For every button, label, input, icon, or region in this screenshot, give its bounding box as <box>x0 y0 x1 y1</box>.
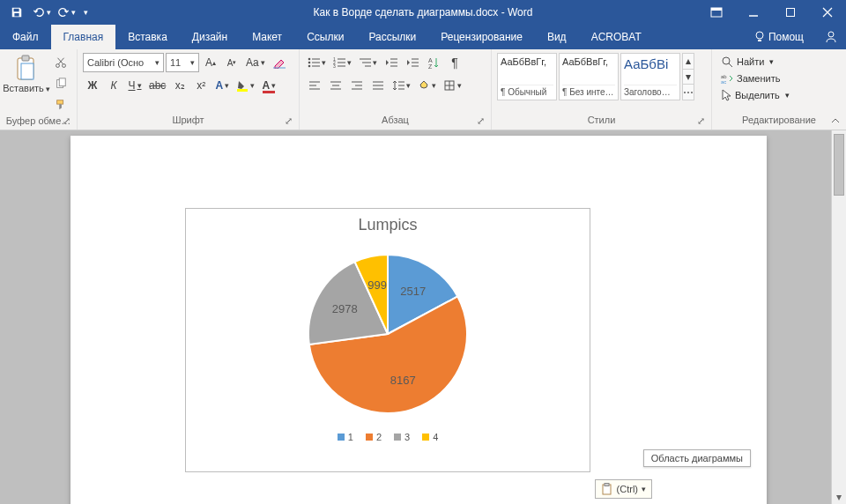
styles-expand[interactable]: ⋯ <box>683 85 694 100</box>
svg-text:2978: 2978 <box>332 302 358 315</box>
underline-button[interactable]: Ч <box>125 76 145 95</box>
font-color-button[interactable]: A <box>259 76 278 95</box>
chart-legend: 1234 <box>186 432 590 442</box>
svg-text:A: A <box>428 57 433 63</box>
shrink-font-button[interactable]: A▾ <box>222 53 241 72</box>
scroll-thumb[interactable] <box>834 134 844 196</box>
paste-label: Вставить <box>3 83 50 93</box>
styles-scroll-down[interactable]: ▾ <box>683 70 694 85</box>
maximize-button[interactable] <box>772 0 809 25</box>
chart-title: Lumpics <box>186 209 590 234</box>
tab-file[interactable]: Файл <box>0 25 51 49</box>
svg-line-60 <box>729 63 732 67</box>
ribbon-display-options[interactable] <box>698 0 735 25</box>
shading-button[interactable] <box>415 76 439 95</box>
clear-formatting-button[interactable] <box>270 53 289 72</box>
clipboard-launcher[interactable]: ⤢ <box>61 115 71 126</box>
paragraph-group-label: Абзац <box>382 115 409 125</box>
font-name-combo[interactable]: Calibri (Осно▾ <box>83 53 164 72</box>
italic-button[interactable]: К <box>104 76 123 95</box>
subscript-button[interactable]: x₂ <box>170 76 189 95</box>
tell-me[interactable]: Помощ <box>742 31 816 43</box>
text-effects-button[interactable]: A <box>212 76 232 95</box>
tab-insert[interactable]: Вставка <box>115 25 180 49</box>
collapse-ribbon-button[interactable] <box>828 114 842 128</box>
styles-launcher[interactable]: ⤢ <box>695 115 706 126</box>
sort-button[interactable]: AZ <box>424 53 443 72</box>
style-heading1[interactable]: АаБбВі Заголово… <box>620 53 680 100</box>
tab-home[interactable]: Главная <box>51 25 116 49</box>
change-case-button[interactable]: Aa <box>243 53 268 72</box>
highlight-button[interactable] <box>234 76 257 95</box>
svg-text:3: 3 <box>333 63 336 68</box>
bold-button[interactable]: Ж <box>83 76 102 95</box>
pie-chart: 251781672978999 <box>295 241 480 426</box>
replace-icon: abac <box>721 73 733 84</box>
paragraph-launcher[interactable]: ⤢ <box>475 115 486 126</box>
borders-button[interactable] <box>441 76 464 95</box>
search-icon <box>721 56 733 68</box>
copy-button[interactable] <box>51 74 70 93</box>
qat-customize[interactable]: ▾ <box>79 2 92 23</box>
style-no-spacing[interactable]: АаБбВвГг, ¶ Без инте… <box>559 53 619 100</box>
paste-options-smarttag[interactable]: (Ctrl) ▾ <box>595 479 652 499</box>
tab-design[interactable]: Дизайн <box>180 25 240 49</box>
strikethrough-button[interactable]: abc <box>146 76 168 95</box>
multilevel-list-button[interactable] <box>356 53 380 72</box>
svg-point-18 <box>308 58 311 61</box>
tab-mailings[interactable]: Рассылки <box>356 25 428 49</box>
chart-object[interactable]: Lumpics 251781672978999 1234 <box>185 208 590 472</box>
tab-references[interactable]: Ссылки <box>294 25 356 49</box>
grow-font-button[interactable]: A▴ <box>201 53 220 72</box>
tab-review[interactable]: Рецензирование <box>428 25 535 49</box>
font-launcher[interactable]: ⤢ <box>283 115 293 126</box>
style-normal[interactable]: АаБбВвГг, ¶ Обычный <box>497 53 557 100</box>
align-left-button[interactable] <box>305 76 324 95</box>
tab-acrobat[interactable]: ACROBAT <box>579 25 654 49</box>
svg-text:8167: 8167 <box>390 374 416 387</box>
svg-point-7 <box>828 32 834 37</box>
scroll-down[interactable]: ▾ <box>832 489 846 504</box>
svg-rect-16 <box>237 89 248 92</box>
styles-scroll-up[interactable]: ▴ <box>683 54 694 70</box>
close-button[interactable] <box>809 0 846 25</box>
share-button[interactable] <box>816 30 846 44</box>
redo-button[interactable] <box>55 2 78 23</box>
chart-tooltip: Область диаграммы <box>643 449 751 467</box>
svg-rect-9 <box>22 56 29 61</box>
svg-text:Z: Z <box>428 63 433 69</box>
replace-button[interactable]: abac Заменить <box>719 72 791 85</box>
tab-view[interactable]: Вид <box>535 25 579 49</box>
show-marks-button[interactable]: ¶ <box>445 53 464 72</box>
tell-me-label: Помощ <box>768 31 804 43</box>
line-spacing-button[interactable] <box>390 76 413 95</box>
undo-button[interactable] <box>30 2 53 23</box>
tab-layout[interactable]: Макет <box>240 25 294 49</box>
save-button[interactable] <box>5 2 28 23</box>
font-size-combo[interactable]: 11▾ <box>166 53 199 72</box>
minimize-button[interactable] <box>735 0 772 25</box>
align-center-button[interactable] <box>326 76 345 95</box>
justify-button[interactable] <box>368 76 388 95</box>
align-right-button[interactable] <box>347 76 367 95</box>
cut-button[interactable] <box>51 53 70 72</box>
increase-indent-button[interactable] <box>403 53 422 72</box>
superscript-button[interactable]: x² <box>191 76 211 95</box>
clipboard-icon <box>14 55 39 81</box>
svg-rect-15 <box>57 100 63 104</box>
svg-text:2517: 2517 <box>400 285 426 298</box>
paste-button[interactable]: Вставить <box>5 53 48 93</box>
svg-rect-14 <box>59 78 65 86</box>
select-button[interactable]: Выделить▾ <box>719 88 791 102</box>
svg-rect-17 <box>263 91 275 93</box>
clipboard-icon <box>601 483 613 495</box>
numbering-button[interactable]: 123 <box>330 53 354 72</box>
svg-rect-3 <box>787 9 795 17</box>
svg-point-12 <box>63 64 66 68</box>
bullets-button[interactable] <box>305 53 329 72</box>
format-painter-button[interactable] <box>51 95 70 115</box>
vertical-scrollbar[interactable]: ▴ ▾ <box>831 130 846 504</box>
find-button[interactable]: Найти▾ <box>719 55 791 69</box>
decrease-indent-button[interactable] <box>382 53 401 72</box>
svg-rect-68 <box>605 484 609 486</box>
